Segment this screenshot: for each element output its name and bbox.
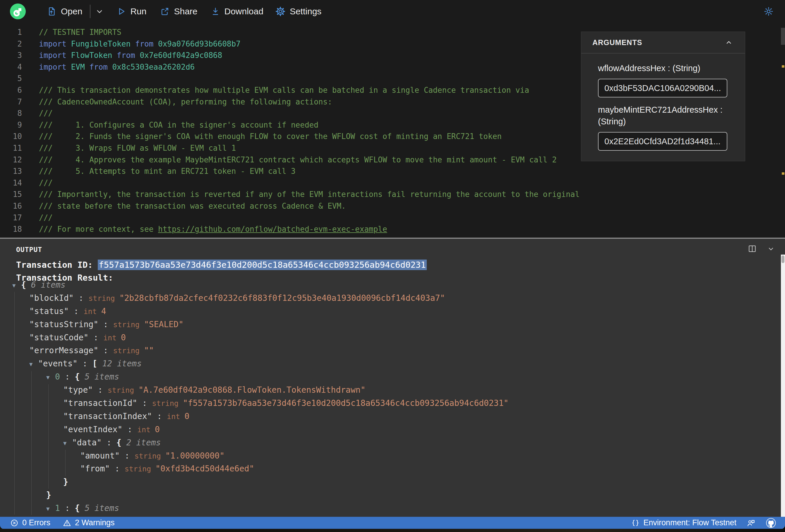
maybe-mint-address-input[interactable] (598, 132, 727, 151)
environment-status[interactable]: Environment: Flow Testnet (631, 518, 736, 527)
json-tree-row: "errorMessage" : string "" (0, 344, 773, 357)
json-tree-row: ▼{ 6 items (0, 279, 773, 292)
share-label: Share (174, 6, 197, 17)
arguments-panel: ARGUMENTS wflowAddressHex : (String) may… (581, 32, 745, 161)
argument-label: wflowAddressHex : (String) (598, 62, 728, 74)
feedback-icon[interactable] (746, 518, 756, 528)
transaction-id-label: Transaction ID: (16, 260, 98, 270)
download-icon (210, 6, 220, 17)
line-number: 17 (0, 212, 22, 224)
open-dropdown-button[interactable] (95, 6, 104, 17)
open-label: Open (61, 6, 82, 17)
json-tree-row: "amount" : string "1.00000000" (0, 450, 773, 463)
environment-label: Environment: Flow Testnet (643, 518, 736, 527)
line-number: 1 (0, 27, 22, 38)
json-tree-row: "statusString" : string "SEALED" (0, 318, 773, 331)
json-tree-row: "type" : string "A.7e60df042a9c0868.Flow… (0, 515, 773, 517)
code-line[interactable]: 16/// state before the transaction was e… (0, 200, 779, 212)
run-label: Run (130, 6, 146, 17)
output-scrollbar[interactable] (781, 255, 785, 517)
app-window: Open Run Share (0, 0, 785, 529)
code-line[interactable]: 13/// 5. Attempts to mint an ERC721 toke… (0, 166, 779, 177)
json-tree-row: "type" : string "A.7e60df042a9c0868.Flow… (0, 384, 773, 397)
json-tree-row: "eventIndex" : int 0 (0, 423, 773, 436)
arguments-title: ARGUMENTS (592, 38, 642, 47)
line-number: 3 (0, 50, 22, 61)
line-number: 6 (0, 84, 22, 96)
download-button[interactable]: Download (210, 6, 263, 17)
line-number: 8 (0, 108, 22, 119)
expander-icon[interactable]: ▼ (63, 437, 67, 450)
warnings-label: 2 Warnings (75, 518, 115, 527)
chevron-down-icon (95, 6, 104, 17)
sun-icon (763, 6, 774, 17)
arguments-panel-header[interactable]: ARGUMENTS (581, 32, 745, 54)
editor-scrollbar[interactable] (781, 23, 785, 237)
warnings-status[interactable]: 2 Warnings (62, 518, 115, 527)
share-icon (160, 6, 170, 17)
line-number: 13 (0, 166, 22, 177)
status-bar: 0 Errors 2 Warnings Environment: Flow Te… (0, 517, 785, 529)
settings-label: Settings (290, 6, 321, 17)
code-line[interactable]: 15/// Importantly, the transaction is re… (0, 189, 779, 200)
json-tree-row: "statusCode" : int 0 (0, 331, 773, 345)
toolbar-divider (90, 5, 91, 18)
json-tree-row: "transactionIndex" : int 0 (0, 410, 773, 423)
line-number: 9 (0, 119, 22, 131)
warning-marker (782, 172, 784, 175)
line-number: 7 (0, 96, 22, 108)
line-number: 16 (0, 200, 22, 212)
json-tree-row: ▼"data" : { 2 items (0, 436, 773, 450)
json-tree-row: "transactionId" : string "f557a1573b76aa… (0, 397, 773, 410)
errors-status[interactable]: 0 Errors (10, 518, 50, 527)
editor-scrollbar-thumb[interactable] (781, 28, 785, 45)
transaction-id-line: Transaction ID: f557a1573b76aa53e73d46f3… (16, 260, 427, 270)
json-result-tree: ▼{ 6 items"blockId" : string "2b28cbfb87… (0, 279, 773, 517)
line-number: 12 (0, 154, 22, 166)
share-button[interactable]: Share (160, 6, 197, 17)
split-editor-icon[interactable] (748, 244, 757, 253)
json-tree-row: ▼1 : { 5 items (0, 502, 773, 515)
json-tree-row: ▼0 : { 5 items (0, 371, 773, 384)
line-number: 2 (0, 38, 22, 50)
editor-pane: 1// TESTNET IMPORTS2import FungibleToken… (0, 23, 785, 237)
flow-logo (10, 3, 26, 19)
run-icon (116, 6, 126, 17)
output-panel: OUTPUT Transaction ID: f557a1573b76aa53e… (0, 239, 785, 517)
github-icon[interactable] (766, 518, 776, 528)
output-title: OUTPUT (16, 246, 42, 253)
line-number: 14 (0, 177, 22, 189)
line-number: 5 (0, 73, 22, 84)
expander-icon[interactable]: ▼ (46, 502, 49, 515)
open-button[interactable]: Open (47, 6, 82, 17)
code-line[interactable]: 18/// For more context, see https://gith… (0, 224, 779, 235)
json-tree-row: ▼"events" : [ 12 items (0, 357, 773, 371)
warning-marker (782, 65, 784, 68)
collapse-icon[interactable] (725, 38, 733, 47)
code-line[interactable]: 14/// (0, 177, 779, 189)
output-scrollbar-thumb[interactable] (782, 255, 784, 263)
json-tree-row: "blockId" : string "2b28cbfb87da2cfec4f0… (0, 292, 773, 305)
settings-button[interactable]: Settings (275, 6, 321, 17)
argument-label: maybeMintERC721AddressHex : (String) (598, 104, 728, 127)
gear-icon (275, 6, 286, 17)
toolbar: Open Run Share (0, 0, 785, 23)
chevron-down-icon[interactable] (766, 244, 776, 253)
line-number: 4 (0, 61, 22, 73)
code-line[interactable]: 17/// (0, 212, 779, 224)
wflow-address-input[interactable] (598, 79, 727, 97)
errors-label: 0 Errors (22, 518, 50, 527)
download-label: Download (225, 6, 263, 17)
json-tree-row: } (0, 489, 773, 502)
expander-icon[interactable]: ▼ (29, 358, 32, 371)
expander-icon[interactable]: ▼ (46, 371, 49, 384)
run-button[interactable]: Run (116, 6, 146, 17)
json-tree-row: } (0, 476, 773, 489)
expander-icon[interactable]: ▼ (12, 279, 16, 292)
error-icon (10, 518, 19, 527)
warning-icon (62, 518, 71, 527)
transaction-id-selected[interactable]: f557a1573b76aa53e73d46f3e10d200d5c18a653… (98, 259, 427, 270)
line-number: 18 (0, 224, 22, 235)
theme-toggle-button[interactable] (763, 6, 774, 17)
open-file-icon (47, 6, 57, 17)
